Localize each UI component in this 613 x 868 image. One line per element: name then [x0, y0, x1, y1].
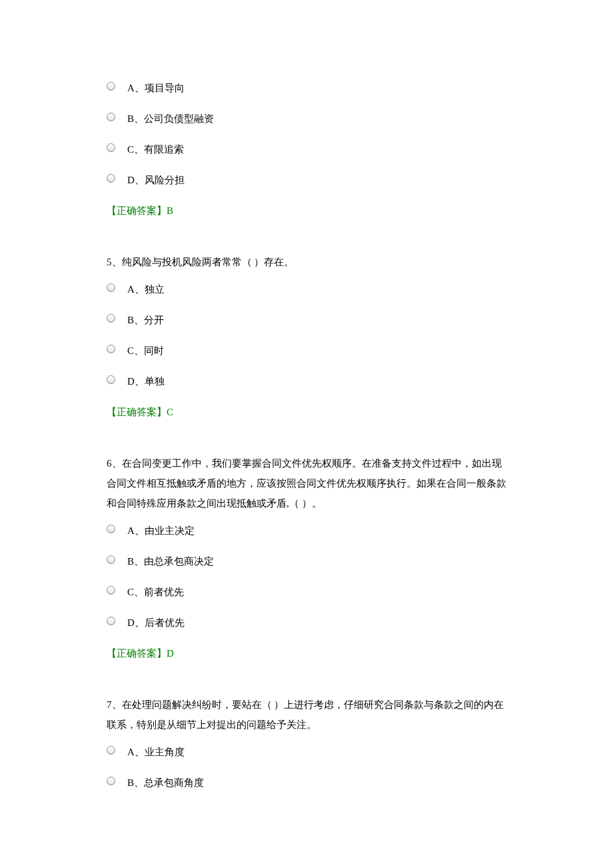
option-row: A、独立: [107, 281, 506, 297]
option-text: C、同时: [127, 343, 164, 359]
radio-icon[interactable]: [107, 283, 115, 292]
radio-icon[interactable]: [107, 314, 115, 323]
answer-line: 【正确答案】B: [107, 203, 506, 219]
answer-label: 【正确答案】: [107, 205, 167, 216]
option-text: B、总承包商角度: [127, 775, 204, 791]
option-row: C、有限追索: [107, 141, 506, 157]
answer-line: 【正确答案】C: [107, 404, 506, 420]
option-text: D、单独: [127, 373, 165, 389]
radio-icon[interactable]: [107, 345, 115, 353]
option-text: B、由总承包商决定: [127, 553, 214, 569]
radio-icon[interactable]: [107, 617, 115, 625]
option-text: B、公司负债型融资: [127, 111, 214, 127]
option-row: A、由业主决定: [107, 523, 506, 539]
option-row: B、总承包商角度: [107, 775, 506, 791]
radio-icon[interactable]: [107, 746, 115, 755]
option-row: D、后者优先: [107, 615, 506, 631]
question-stem: 7、在处理问题解决纠纷时，要站在（ ）上进行考虑，仔细研究合同条款与条款之间的内…: [107, 695, 506, 735]
radio-icon[interactable]: [107, 143, 115, 152]
answer-value: C: [167, 407, 173, 417]
answer-value: B: [167, 205, 173, 216]
radio-icon[interactable]: [107, 174, 115, 183]
radio-icon[interactable]: [107, 375, 115, 384]
option-row: D、风险分担: [107, 172, 506, 188]
option-row: B、分开: [107, 312, 506, 328]
question-block: 6、在合同变更工作中，我们要掌握合同文件优先权顺序。在准备支持文件过程中，如出现…: [107, 453, 506, 661]
option-row: A、业主角度: [107, 744, 506, 760]
option-text: A、业主角度: [127, 744, 185, 760]
answer-label: 【正确答案】: [107, 648, 167, 659]
radio-icon[interactable]: [107, 82, 115, 91]
question-block: 5、纯风险与投机风险两者常常（ ）存在。 A、独立 B、分开 C、同时 D、单独…: [107, 252, 506, 420]
radio-icon[interactable]: [107, 525, 115, 533]
radio-icon[interactable]: [107, 777, 115, 785]
option-text: A、由业主决定: [127, 523, 195, 539]
answer-value: D: [167, 648, 174, 659]
option-text: A、独立: [127, 281, 165, 297]
option-row: D、单独: [107, 373, 506, 389]
question-block: A、项目导向 B、公司负债型融资 C、有限追索 D、风险分担 【正确答案】B: [107, 80, 506, 219]
option-row: C、前者优先: [107, 584, 506, 600]
question-block: 7、在处理问题解决纠纷时，要站在（ ）上进行考虑，仔细研究合同条款与条款之间的内…: [107, 695, 506, 791]
radio-icon[interactable]: [107, 113, 115, 121]
option-text: C、前者优先: [127, 584, 184, 600]
answer-line: 【正确答案】D: [107, 645, 506, 661]
option-row: B、由总承包商决定: [107, 553, 506, 569]
answer-label: 【正确答案】: [107, 407, 167, 417]
option-row: A、项目导向: [107, 80, 506, 96]
option-text: B、分开: [127, 312, 164, 328]
radio-icon[interactable]: [107, 586, 115, 595]
option-row: C、同时: [107, 343, 506, 359]
option-text: D、风险分担: [127, 172, 185, 188]
option-text: D、后者优先: [127, 615, 185, 631]
option-text: A、项目导向: [127, 80, 185, 96]
question-stem: 6、在合同变更工作中，我们要掌握合同文件优先权顺序。在准备支持文件过程中，如出现…: [107, 453, 506, 513]
question-stem: 5、纯风险与投机风险两者常常（ ）存在。: [107, 252, 506, 272]
option-row: B、公司负债型融资: [107, 111, 506, 127]
radio-icon[interactable]: [107, 555, 115, 564]
option-text: C、有限追索: [127, 141, 184, 157]
